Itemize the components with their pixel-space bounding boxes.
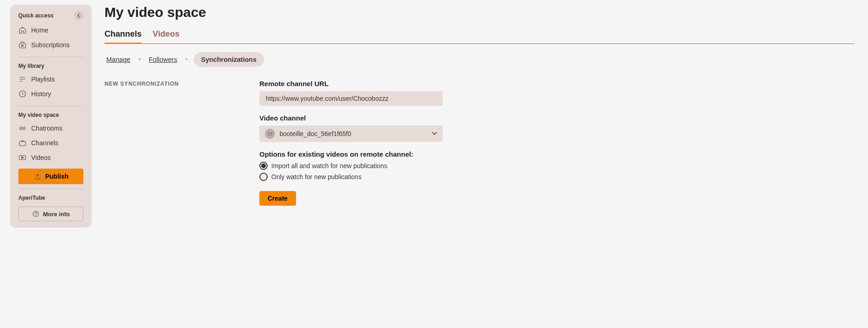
svg-point-6 [35, 215, 36, 216]
remote-url-input[interactable] [259, 91, 443, 106]
sidebar-collapse-button[interactable] [74, 11, 83, 20]
create-button[interactable]: Create [259, 191, 296, 206]
radio-label: Import all and watch for new publication… [271, 162, 387, 169]
home-icon [18, 26, 27, 34]
options-label: Options for existing videos on remote ch… [259, 150, 443, 158]
sidebar-item-label: Channels [31, 139, 58, 147]
video-channel-selected: booteille_doc_56ef1f65f0 [280, 130, 427, 137]
form-area: New synchronization Remote channel URL V… [104, 80, 854, 206]
sidebar-item-label: Chatrooms [31, 125, 62, 132]
subtab-followers[interactable]: Followers [147, 53, 179, 66]
tab-channels[interactable]: Channels [104, 29, 142, 44]
main-content: My video space Channels Videos Manage • … [92, 0, 868, 328]
chevron-down-icon [432, 130, 437, 138]
radio-icon [259, 173, 268, 181]
form-section-title: New synchronization [104, 80, 259, 206]
playlist-icon [18, 75, 27, 83]
separator-dot: • [138, 56, 140, 63]
svg-rect-7 [268, 133, 272, 135]
subscriptions-icon [18, 41, 27, 49]
divider [18, 57, 83, 57]
sidebar-item-label: Home [31, 27, 48, 34]
page-title: My video space [104, 5, 854, 20]
tabs: Channels Videos [104, 29, 854, 44]
subtab-synchronizations[interactable]: Synchronizations [194, 52, 264, 67]
tv-icon [18, 139, 27, 147]
upload-icon [33, 172, 42, 180]
sidebar-item-label: Subscriptions [31, 41, 70, 49]
my-library-title: My library [14, 63, 88, 72]
history-icon [18, 90, 27, 98]
sidebar-item-channels[interactable]: Channels [14, 136, 88, 150]
svg-point-2 [22, 127, 24, 130]
divider [18, 189, 83, 189]
sidebar: Quick access Home Subscriptions My libra… [10, 5, 92, 228]
radio-icon [259, 162, 268, 170]
instance-title: AperiTube [14, 195, 88, 204]
svg-rect-3 [19, 142, 26, 146]
subtabs: Manage • Followers • Synchronizations [104, 52, 854, 67]
my-video-space-title: My video space [14, 112, 88, 121]
form-fields: Remote channel URL Video channel booteil… [259, 80, 443, 206]
tab-videos[interactable]: Videos [153, 29, 180, 44]
more-info-button[interactable]: More info [18, 207, 83, 221]
sidebar-item-label: Videos [31, 154, 51, 161]
separator-dot: • [186, 56, 187, 63]
sidebar-item-subscriptions[interactable]: Subscriptions [14, 38, 88, 52]
sidebar-item-chatrooms[interactable]: Chatrooms [14, 121, 88, 136]
help-icon [32, 210, 39, 218]
remote-url-label: Remote channel URL [259, 80, 443, 87]
quick-access-header: Quick access [14, 11, 88, 23]
channel-avatar-icon [265, 129, 275, 139]
chat-icon [18, 124, 27, 132]
sidebar-item-label: Playlists [31, 76, 55, 83]
subtab-manage[interactable]: Manage [104, 53, 132, 66]
sidebar-item-history[interactable]: History [14, 87, 88, 101]
videos-icon [18, 153, 27, 162]
sidebar-item-videos[interactable]: Videos [14, 150, 88, 165]
more-info-label: More info [43, 211, 70, 218]
publish-button[interactable]: Publish [18, 169, 83, 184]
publish-label: Publish [45, 173, 69, 180]
radio-label: Only watch for new publications [271, 173, 362, 180]
divider [18, 106, 83, 106]
sidebar-item-playlists[interactable]: Playlists [14, 72, 88, 87]
chevron-left-icon [77, 13, 81, 18]
radio-watch-only[interactable]: Only watch for new publications [259, 173, 443, 181]
radio-import-all[interactable]: Import all and watch for new publication… [259, 162, 443, 170]
sidebar-item-home[interactable]: Home [14, 23, 88, 38]
video-channel-select[interactable]: booteille_doc_56ef1f65f0 [259, 126, 443, 142]
video-channel-label: Video channel [259, 114, 443, 122]
sidebar-item-label: History [31, 90, 51, 98]
quick-access-title: Quick access [18, 12, 54, 19]
